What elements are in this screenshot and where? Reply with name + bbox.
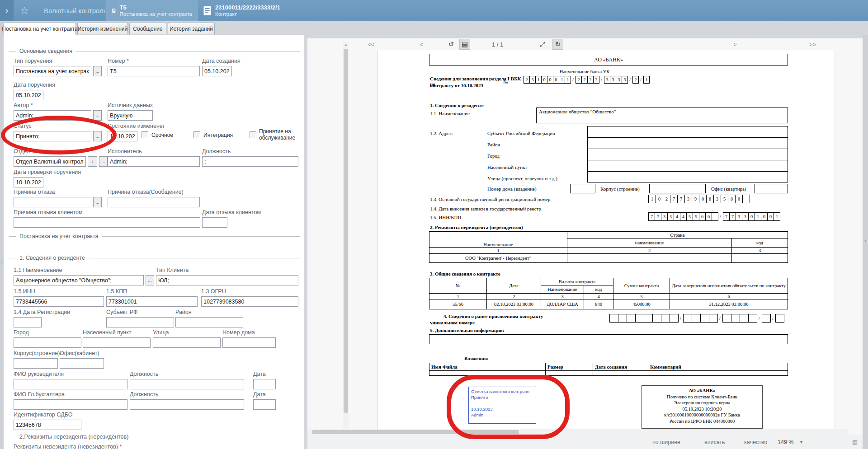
rotate-left-icon[interactable]: ↺ xyxy=(446,39,457,50)
acc-date-input[interactable] xyxy=(253,399,276,410)
zoom-level[interactable]: 149 % xyxy=(778,435,793,449)
vertical-scroll-thumb[interactable] xyxy=(344,49,348,413)
recall-date-input[interactable] xyxy=(202,217,227,228)
check-date-input[interactable] xyxy=(14,177,43,187)
doc-address-row-label: Субъект Российской Федерации xyxy=(487,131,555,136)
refusal-lookup-button[interactable]: ... xyxy=(93,197,102,207)
building-input[interactable] xyxy=(14,358,58,369)
building-label: Корпус(строение) xyxy=(14,350,60,356)
created-date-input[interactable] xyxy=(202,66,232,76)
resident-name-lookup-button[interactable]: ... xyxy=(146,275,154,285)
fit-page-button[interactable]: вписать xyxy=(704,435,725,449)
integration-checkbox[interactable] xyxy=(193,131,200,138)
last-page-button[interactable]: >> xyxy=(809,38,816,50)
refusal-msg-input[interactable] xyxy=(108,197,200,207)
changed-state-input[interactable] xyxy=(108,131,137,141)
city-input[interactable] xyxy=(14,337,81,348)
district-input[interactable] xyxy=(175,317,243,327)
kpp-input[interactable] xyxy=(106,296,198,307)
street-input[interactable] xyxy=(153,337,221,348)
urgent-checkbox[interactable] xyxy=(142,131,148,138)
inn-input[interactable] xyxy=(14,296,104,307)
favorites-button[interactable]: ☆ xyxy=(14,0,35,21)
fit-width-button[interactable]: по ширине xyxy=(652,435,680,449)
tab-message[interactable]: Сообщение xyxy=(129,23,166,34)
document-icon xyxy=(112,6,116,15)
scroll-up-icon[interactable]: ▲ xyxy=(343,42,349,48)
doc-tab-contract[interactable]: 23100011/2222/3333/2/1 Контракт xyxy=(198,0,296,21)
order-type-input[interactable] xyxy=(14,66,91,76)
department-input[interactable] xyxy=(14,156,86,167)
department-down-button[interactable]: ↓ xyxy=(88,156,97,167)
doc-bank-caption: Наименование банка УК xyxy=(524,69,646,74)
document-page: АО «БАНК» Наименование банка УК 23100011… xyxy=(377,50,835,429)
source-input[interactable] xyxy=(108,110,153,121)
recall-reason-input[interactable] xyxy=(14,217,200,228)
doc-tab-subtitle: Постановка на учет контракта xyxy=(120,11,193,17)
chevron-left-icon: ‹ xyxy=(863,238,868,243)
acc-position-input[interactable] xyxy=(130,399,244,410)
changed-state-label: Состояние измененено xyxy=(108,123,164,129)
doc-regdate-label: 1.4. Дата внесения записи в государствен… xyxy=(430,206,541,211)
ogrn-input[interactable] xyxy=(201,296,298,307)
sdbo-input[interactable] xyxy=(14,420,81,430)
doc-korpus-label: Корпус (строение) xyxy=(600,186,640,192)
rotate-right-icon[interactable]: ↻ xyxy=(552,39,563,50)
position-input[interactable] xyxy=(202,156,298,167)
client-type-input[interactable] xyxy=(156,275,298,285)
viewer-vertical-scrollbar[interactable]: ▲ xyxy=(343,42,349,429)
sdbo-label: Идентификатор СДБО xyxy=(14,412,73,418)
status-lookup-button[interactable]: ... xyxy=(93,131,102,141)
form-tab-strip: Постановка на учет контракта История изм… xyxy=(4,23,215,35)
head-position-input[interactable] xyxy=(130,379,244,389)
doc-s5-box xyxy=(429,334,788,344)
doc-tab-t5[interactable]: Т5 Постановка на учет контракта xyxy=(106,0,198,21)
refusal-reason-input[interactable] xyxy=(14,197,91,207)
office-input[interactable] xyxy=(60,358,104,369)
status-input[interactable] xyxy=(14,131,91,141)
doc-bank-name-box: АО «БАНК» xyxy=(429,54,788,65)
settlement-input[interactable] xyxy=(83,337,151,348)
order-date-input[interactable] xyxy=(14,90,43,100)
document-viewer: << < ↺ ▤ 1 / 1 ⤢ ↻ > >> ▲ АО «БАНК» Наим… xyxy=(307,35,868,449)
grid-icon[interactable]: ▦ xyxy=(852,435,858,449)
resident-name-label: 1.1 Наименование xyxy=(14,267,62,273)
section-nonresident: 2.Реквизиты нерезидента (нерезидентов) xyxy=(9,433,300,440)
next-page-button[interactable]: > xyxy=(733,38,737,50)
tab-postanovka[interactable]: Постановка на учет контракта xyxy=(4,23,76,35)
doc-innkpp-label: 1.5. ИНН/КПП xyxy=(430,215,461,220)
acceptance-checkbox[interactable] xyxy=(250,131,256,138)
acc-name-input[interactable] xyxy=(14,399,127,410)
viewer-horizontal-scrollbar[interactable] xyxy=(307,429,849,435)
menu-expand-button[interactable]: › xyxy=(0,0,14,21)
dropdown-caret-icon[interactable]: ▾ xyxy=(800,435,802,449)
author-input[interactable] xyxy=(14,110,91,121)
subject-input[interactable] xyxy=(106,317,174,327)
first-page-button[interactable]: << xyxy=(368,38,374,50)
left-collapse-strip[interactable]: › xyxy=(0,21,4,449)
client-type-label: Тип Клиента xyxy=(156,267,189,273)
department-lookup-button[interactable]: ... xyxy=(99,156,108,167)
head-name-input[interactable] xyxy=(14,379,127,389)
right-collapse-strip[interactable]: ‹ xyxy=(863,35,868,449)
house-input[interactable] xyxy=(222,337,276,348)
reg-date-input[interactable] xyxy=(14,317,42,327)
recall-reason-label: Причина отзыва клиентом xyxy=(14,209,83,215)
order-type-lookup-button[interactable]: ... xyxy=(93,66,102,76)
tab-history-tasks[interactable]: История заданий xyxy=(168,23,215,34)
prev-page-button[interactable]: < xyxy=(420,38,423,50)
tab-history-changes[interactable]: История изменений xyxy=(77,23,128,34)
author-lookup-button[interactable]: ... xyxy=(93,110,102,121)
star-icon: ☆ xyxy=(20,5,29,17)
executor-input[interactable] xyxy=(108,156,200,167)
number-input[interactable] xyxy=(108,66,200,76)
quality-label[interactable]: качество xyxy=(744,435,767,449)
pages-icon[interactable]: ▤ xyxy=(459,39,470,50)
resident-name-input[interactable] xyxy=(14,275,144,285)
head-date-input[interactable] xyxy=(253,379,276,389)
horizontal-scroll-thumb[interactable] xyxy=(312,430,519,434)
fullscreen-icon[interactable]: ⤢ xyxy=(537,39,548,50)
doc-s1-name-label: 1.1. Наименование xyxy=(430,111,470,116)
doc-tab-text: 23100011/2222/3333/2/1 Контракт xyxy=(215,4,280,17)
head-date-label: Дата xyxy=(253,371,266,377)
